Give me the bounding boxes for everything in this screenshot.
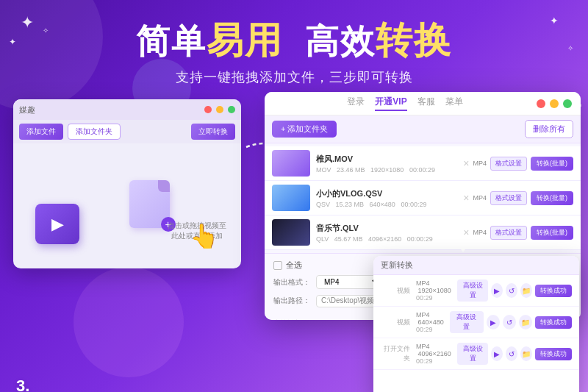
file-icon: +	[129, 180, 170, 228]
win1-close-btn[interactable]	[204, 106, 212, 113]
window-add-files: 媒趣 添加文件 添加文件夹 立即转换 + ▶ 点击或拖拽视频至此处或直接添加	[13, 99, 241, 268]
win1-convert-btn[interactable]: 立即转换	[191, 124, 235, 140]
file-info-3: 音乐节.QLV QLV 45.67 MB 4096×2160 00:00:29	[316, 223, 457, 243]
win2-max-btn[interactable]	[563, 99, 572, 108]
result-info-1: MP4 1920×1080 00:29	[416, 279, 451, 302]
result-time-1: 00:29	[416, 294, 451, 302]
file-meta-2: QSV 15.23 MB 640×480 00:00:29	[316, 201, 457, 208]
step-arrow-2-3	[452, 213, 474, 256]
table-row: 小小的VLOG.QSV QSV 15.23 MB 640×480 00:00:2…	[265, 181, 581, 215]
tab-vip[interactable]: 开通VIP	[375, 96, 406, 111]
file-format-to-2: MP4	[473, 194, 487, 202]
win1-title: 媒趣	[19, 104, 200, 115]
win2-toolbar: + 添加文件夹 删除所有	[265, 115, 581, 143]
file-remove-icon-1[interactable]: ×	[463, 157, 469, 169]
advanced-settings-btn-2[interactable]: 高级设置	[450, 311, 484, 333]
result-time-2: 00:29	[416, 326, 444, 333]
title-accent2: 转换	[376, 20, 452, 61]
file-thumbnail-1	[272, 150, 310, 177]
play-icon: ▶	[51, 215, 64, 234]
file-info-2: 小小的VLOG.QSV QSV 15.23 MB 640×480 00:00:2…	[316, 188, 457, 208]
format-settings-btn-3[interactable]: 格式设置	[490, 226, 527, 240]
hand-cursor-icon: 👆	[190, 222, 219, 250]
file-actions-1: × MP4 格式设置 转换(批量)	[463, 157, 573, 171]
table-row: 音乐节.QLV QLV 45.67 MB 4096×2160 00:00:29 …	[265, 215, 581, 250]
tab-login[interactable]: 登录	[347, 96, 365, 111]
output-path-label: 输出路径：	[273, 296, 310, 306]
file-name-3: 音乐节.QLV	[316, 223, 457, 234]
file-actions-3: × MP4 格式设置 转换(批量)	[463, 226, 573, 240]
refresh-btn-3[interactable]: ↺	[506, 346, 517, 361]
win2-delete-all-btn[interactable]: 删除所有	[525, 120, 573, 138]
result-section-2: 视频	[381, 318, 410, 327]
win1-min-btn[interactable]	[216, 106, 223, 113]
play-preview-btn-3[interactable]: ▶	[491, 346, 503, 361]
convert-btn-1[interactable]: 转换(批量)	[531, 157, 573, 171]
win1-max-btn[interactable]	[228, 106, 235, 113]
success-btn-3[interactable]: 转换成功	[535, 348, 572, 360]
result-time-3: 00:29	[416, 357, 451, 365]
open-file-btn-3[interactable]: 📁	[520, 346, 532, 361]
output-format-select[interactable]: MP4	[316, 275, 382, 289]
file-list: 椎风.MOV MOV 23.46 MB 1920×1080 00:00:29 ×…	[265, 143, 581, 253]
result-section-1: 视频	[381, 286, 410, 296]
result-info-2: MP4 640×480 00:29	[416, 311, 444, 333]
window-results: 更新转换 视频 MP4 1920×1080 00:29 高级设置 ▶ ↺ 📁 转…	[373, 256, 579, 392]
file-actions-2: × MP4 格式设置 转换(批量)	[463, 191, 573, 205]
content-area: 1. 媒趣 添加文件 添加文件夹 立即转换 + ▶ 点击或拖拽视	[0, 92, 588, 392]
result-actions-2: 高级设置 ▶ ↺ 📁 转换成功	[450, 311, 572, 333]
result-actions-3: 高级设置 ▶ ↺ 📁 转换成功	[457, 343, 572, 365]
refresh-btn-1[interactable]: ↺	[506, 283, 517, 298]
file-name-2: 小小的VLOG.QSV	[316, 188, 457, 199]
advanced-settings-btn-1[interactable]: 高级设置	[457, 279, 489, 302]
result-item-1: 视频 MP4 1920×1080 00:29 高级设置 ▶ ↺ 📁 转换成功	[373, 275, 579, 307]
result-format-1: MP4 1920×1080	[416, 279, 451, 294]
file-info-1: 椎风.MOV MOV 23.46 MB 1920×1080 00:00:29	[316, 154, 457, 174]
output-format-label: 输出格式：	[273, 277, 310, 288]
result-format-3: MP4 4096×2160	[416, 343, 451, 357]
success-btn-2[interactable]: 转换成功	[535, 316, 572, 329]
win2-min-btn[interactable]	[550, 99, 559, 108]
file-thumbnail-2	[272, 185, 310, 211]
format-settings-btn-2[interactable]: 格式设置	[490, 191, 527, 205]
header: 简单易用 高效转换 支持一键拖拽添加文件，三步即可转换	[0, 0, 588, 86]
win3-title: 更新转换	[381, 260, 413, 271]
result-section-3: 打开文件夹	[381, 344, 410, 363]
play-preview-btn-1[interactable]: ▶	[491, 283, 503, 298]
result-actions-1: 高级设置 ▶ ↺ 📁 转换成功	[457, 279, 572, 302]
format-settings-btn-1[interactable]: 格式设置	[490, 157, 527, 171]
win1-add-file-btn[interactable]: 添加文件	[19, 124, 63, 140]
open-file-btn-2[interactable]: 📁	[519, 315, 532, 329]
page-title: 简单易用 高效转换	[136, 16, 452, 65]
file-remove-icon-2[interactable]: ×	[463, 192, 469, 204]
file-format-to-3: MP4	[473, 229, 487, 236]
result-format-2: MP4 640×480	[416, 311, 444, 326]
tab-menu[interactable]: 菜单	[445, 96, 463, 111]
open-file-btn-1[interactable]: 📁	[520, 283, 532, 298]
refresh-btn-2[interactable]: ↺	[503, 315, 516, 329]
win2-window-controls	[537, 99, 572, 108]
file-name-1: 椎风.MOV	[316, 154, 457, 165]
step3-label: 3.	[16, 377, 29, 392]
file-meta-1: MOV 23.46 MB 1920×1080 00:00:29	[316, 166, 457, 174]
win2-close-btn[interactable]	[537, 99, 545, 108]
result-item-2: 视频 MP4 640×480 00:29 高级设置 ▶ ↺ 📁 转换成功	[373, 307, 579, 338]
table-row: 椎风.MOV MOV 23.46 MB 1920×1080 00:00:29 ×…	[265, 146, 581, 181]
advanced-settings-btn-3[interactable]: 高级设置	[457, 343, 489, 365]
subtitle: 支持一键拖拽添加文件，三步即可转换	[0, 68, 588, 86]
win3-titlebar: 更新转换	[373, 256, 579, 275]
success-btn-1[interactable]: 转换成功	[535, 285, 572, 297]
title-part1: 简单	[136, 22, 207, 60]
select-all-checkbox[interactable]	[273, 261, 282, 270]
win2-titlebar: 登录 开通VIP 客服 菜单	[265, 92, 581, 115]
title-part2: 高效	[305, 22, 376, 60]
win1-add-folder-btn[interactable]: 添加文件夹	[68, 124, 121, 140]
convert-btn-3[interactable]: 转换(批量)	[531, 226, 573, 240]
tab-settings[interactable]: 客服	[417, 96, 435, 111]
win1-body: + ▶ 点击或拖拽视频至此处或直接添加 👆	[13, 143, 241, 257]
convert-btn-2[interactable]: 转换(批量)	[531, 191, 573, 205]
play-preview-btn-2[interactable]: ▶	[487, 315, 500, 329]
select-all-label: 全选	[286, 260, 302, 271]
win2-add-file-btn[interactable]: + 添加文件夹	[272, 121, 337, 138]
version-label: 当前版本：2.0.563.147	[273, 318, 342, 320]
